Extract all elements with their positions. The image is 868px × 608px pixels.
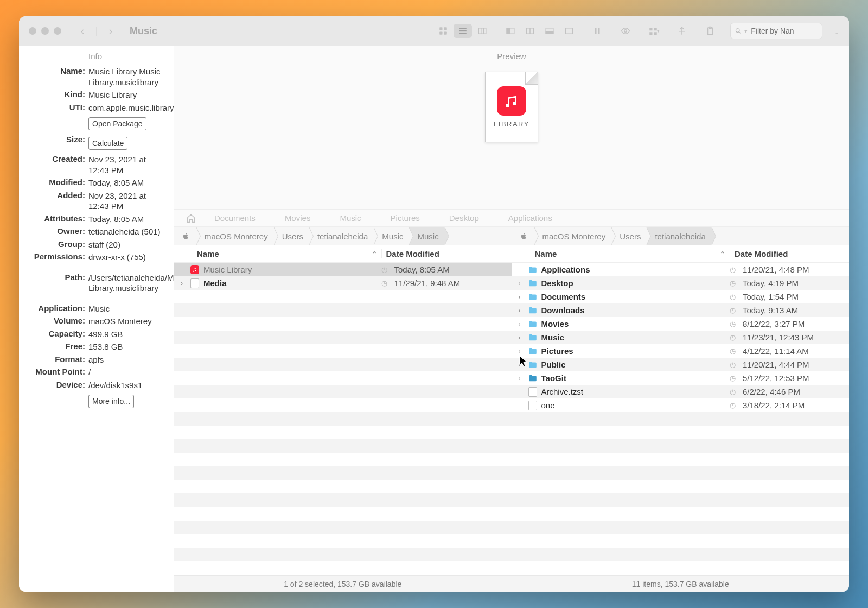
disclosure-icon[interactable]: ›	[512, 375, 527, 382]
pane-left-on-icon[interactable]	[501, 24, 520, 38]
table-row[interactable]: ›Music◷11/23/21, 12:43 PM	[512, 331, 850, 344]
close-icon[interactable]	[29, 27, 36, 35]
disclosure-icon[interactable]: ›	[174, 280, 189, 287]
col-date[interactable]: Date Modified	[730, 249, 849, 258]
breadcrumb-item[interactable]: Users	[611, 227, 646, 245]
table-row[interactable]: ›TaoGit◷5/12/22, 12:53 PM	[512, 371, 850, 385]
table-row[interactable]: ›Pictures◷4/12/22, 11:14 AM	[512, 344, 850, 358]
clock-icon: ◷	[381, 279, 392, 287]
table-row-empty	[512, 534, 850, 548]
info-value: staff (20)	[88, 239, 166, 250]
favorite-item[interactable]: Movies	[285, 213, 311, 223]
table-row-empty	[174, 453, 512, 466]
download-arrow-icon[interactable]: ↓	[834, 26, 839, 37]
info-button[interactable]: Open Package	[88, 117, 146, 130]
table-row-empty	[174, 426, 512, 439]
control-tower-icon[interactable]	[673, 24, 691, 38]
file-date: 3/18/22, 2:14 PM	[743, 401, 849, 410]
chevron-down-icon[interactable]: ▾	[744, 28, 748, 35]
disclosure-icon[interactable]: ›	[512, 293, 527, 301]
table-row[interactable]: ›Movies◷8/12/22, 3:27 PM	[512, 317, 850, 331]
back-icon[interactable]: ‹	[76, 25, 88, 37]
svg-rect-11	[507, 28, 510, 34]
file-list-right[interactable]: Applications◷11/20/21, 4:48 PM›Desktop◷T…	[512, 263, 850, 575]
pause-icon[interactable]	[588, 24, 607, 38]
search-input[interactable]	[751, 27, 818, 35]
breadcrumb-item[interactable]: Music	[373, 227, 409, 245]
nav-sep: |	[91, 25, 103, 37]
breadcrumb-root[interactable]	[515, 227, 534, 245]
table-row-empty	[512, 426, 850, 439]
favorite-item[interactable]: Pictures	[391, 213, 420, 223]
breadcrumb-item[interactable]: tetianaleheida	[309, 227, 373, 245]
view-icons-icon[interactable]	[434, 24, 452, 38]
breadcrumb-item[interactable]: tetianaleheida	[646, 227, 711, 245]
quicklook-icon[interactable]	[616, 24, 635, 38]
table-row[interactable]: Music Library◷Today, 8:05 AM	[174, 263, 512, 276]
pane-bottom-icon[interactable]	[540, 24, 559, 38]
file-name: TaoGit	[541, 373, 730, 383]
table-row-empty	[174, 398, 512, 412]
info-key: Format:	[24, 354, 88, 365]
breadcrumb-root[interactable]	[177, 227, 196, 245]
disclosure-icon[interactable]: ›	[512, 347, 527, 355]
breadcrumb-item[interactable]: Users	[273, 227, 309, 245]
finder-window: ‹ | › Music ▾ ▾	[19, 16, 849, 592]
arrange-icon[interactable]: ▾	[644, 24, 663, 38]
favorite-item[interactable]: Applications	[508, 213, 552, 223]
col-name[interactable]: Name	[197, 249, 219, 258]
file-icon	[527, 387, 538, 397]
svg-rect-21	[654, 28, 656, 30]
breadcrumb-item[interactable]: macOS Monterey	[196, 227, 273, 245]
pane-split-icon[interactable]	[521, 24, 539, 38]
table-row[interactable]: ›Public◷11/20/21, 4:44 PM	[512, 358, 850, 371]
minimize-icon[interactable]	[41, 27, 49, 35]
clock-icon: ◷	[381, 265, 392, 274]
table-row[interactable]: ›Downloads◷Today, 9:13 AM	[512, 303, 850, 317]
table-row[interactable]: Applications◷11/20/21, 4:48 PM	[512, 263, 850, 276]
preview-heading: Preview	[497, 52, 526, 61]
svg-rect-23	[654, 32, 656, 35]
clipboard-icon[interactable]	[701, 24, 719, 38]
table-row-empty	[174, 466, 512, 480]
info-button[interactable]: Calculate	[88, 137, 127, 150]
col-date[interactable]: Date Modified	[381, 249, 512, 258]
favorite-item[interactable]: Music	[340, 213, 361, 223]
preview-thumbnail[interactable]: LIBRARY	[485, 72, 538, 142]
view-list-icon[interactable]	[454, 24, 472, 38]
disclosure-icon[interactable]: ›	[512, 307, 527, 314]
search-field[interactable]: ▾	[730, 23, 822, 39]
favorite-item[interactable]: Documents	[214, 213, 256, 223]
file-list-left[interactable]: Music Library◷Today, 8:05 AM›Media◷11/29…	[174, 263, 512, 575]
table-row[interactable]: ›Documents◷Today, 1:54 PM	[512, 290, 850, 303]
table-row[interactable]: one◷3/18/22, 2:14 PM	[512, 398, 850, 412]
disclosure-icon[interactable]: ›	[512, 361, 527, 369]
breadcrumb-item[interactable]: Music	[409, 227, 444, 245]
table-row[interactable]: ›Desktop◷Today, 4:19 PM	[512, 276, 850, 290]
breadcrumb-item[interactable]: macOS Monterey	[534, 227, 611, 245]
file-icon	[189, 278, 200, 289]
table-row[interactable]: ›Media◷11/29/21, 9:48 AM	[174, 276, 512, 290]
disclosure-icon[interactable]: ›	[512, 334, 527, 341]
zoom-icon[interactable]	[54, 27, 61, 35]
col-name[interactable]: Name	[535, 249, 557, 258]
home-icon[interactable]	[186, 213, 196, 223]
table-row-empty	[174, 303, 512, 317]
info-button[interactable]: More info...	[88, 395, 134, 408]
table-row[interactable]: Archive.tzst◷6/2/22, 4:46 PM	[512, 385, 850, 398]
clock-icon: ◷	[730, 279, 741, 287]
favorite-item[interactable]: Desktop	[449, 213, 479, 223]
forward-icon[interactable]: ›	[105, 25, 117, 37]
sort-asc-icon[interactable]: ⌃	[372, 250, 377, 258]
file-date: Today, 1:54 PM	[743, 292, 849, 301]
search-icon	[735, 27, 741, 35]
disclosure-icon[interactable]: ›	[512, 320, 527, 328]
disclosure-icon[interactable]: ›	[512, 280, 527, 287]
pane-none-icon[interactable]	[560, 24, 578, 38]
table-row-empty	[174, 493, 512, 507]
file-name: Music	[541, 333, 730, 342]
sort-asc-icon[interactable]: ⌃	[720, 250, 725, 258]
view-columns-icon[interactable]	[473, 24, 492, 38]
info-key: Created:	[24, 154, 88, 175]
folder-icon	[527, 264, 538, 275]
